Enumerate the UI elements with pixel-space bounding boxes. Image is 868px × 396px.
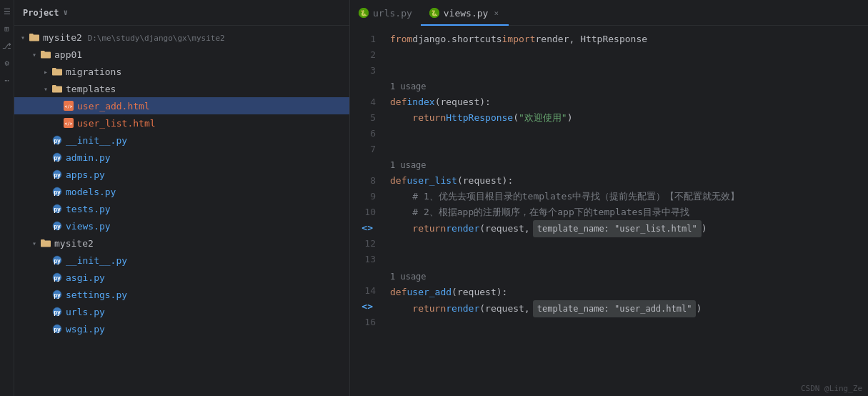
project-icon[interactable]: ☰ (1, 6, 13, 17)
tree-item-app01[interactable]: ▾app01 (14, 46, 349, 63)
svg-text:py: py (54, 138, 61, 144)
tree-item-user_list_html[interactable]: </>user_list.html (14, 114, 349, 132)
tree-item-init_app[interactable]: py__init__.py (14, 132, 349, 149)
tree-icon-models_py: py (51, 186, 63, 197)
code-line-3 (390, 63, 868, 79)
search-icon[interactable]: ⊞ (1, 23, 13, 34)
tree-label-init_app: __init__.py (66, 135, 127, 146)
tree-label-app01: app01 (54, 49, 82, 60)
code-line-8: def user_list(request): (390, 173, 868, 189)
tree-arrow-templates: ▾ (40, 85, 51, 93)
tree-item-asgi_py[interactable]: pyasgi.py (14, 269, 349, 286)
tree-item-wsgi_py[interactable]: pywsgi.py (14, 320, 349, 337)
watermark: CSDN @Ling_Ze (801, 384, 862, 393)
file-tree: ▾mysite2 D:\me\study\django\gx\mysite2▾a… (14, 26, 349, 396)
tree-label-urls_py_root: urls.py (66, 307, 105, 317)
tree-item-tests_py[interactable]: pytests.py (14, 200, 349, 217)
tree-icon-init_app: py (51, 134, 63, 146)
tree-label-tests_py: tests.py (66, 204, 111, 214)
svg-text:</>: </> (65, 121, 73, 126)
tree-label-views_py: views.py (66, 221, 111, 232)
editor-area: 🐍urls.py🐍views.py× 12345678910<>121314<>… (350, 0, 868, 396)
tree-item-settings_py[interactable]: pysettings.py (14, 286, 349, 303)
code-line-4: def index(request): (390, 94, 868, 110)
tree-arrow-mysite2-root: ▾ (17, 34, 29, 41)
code-line-1: from django.shortcuts import render, Htt… (390, 31, 868, 47)
svg-text:py: py (54, 292, 61, 299)
dots-icon[interactable]: ⋯ (1, 74, 13, 86)
tab-close-views_py_tab[interactable]: × (492, 7, 500, 19)
svg-text:🐍: 🐍 (431, 9, 438, 16)
tree-item-user_add_html[interactable]: </>user_add.html (14, 97, 349, 114)
tabs-bar: 🐍urls.py🐍views.py× (350, 0, 868, 26)
editor-content: 12345678910<>121314<>16 from django.shor… (350, 26, 868, 396)
svg-text:🐍: 🐍 (360, 9, 367, 16)
git-icon[interactable]: ⎇ (1, 40, 13, 51)
plugins-icon[interactable]: ⚙ (1, 57, 13, 69)
code-line-16 (390, 317, 868, 333)
usage-line: 1 usage (390, 157, 868, 173)
code-line-13 (390, 253, 868, 269)
activity-bar: ☰ ⊞ ⎇ ⚙ ⋯ (0, 0, 14, 396)
tree-item-mysite2-sub[interactable]: ▾mysite2 (14, 234, 349, 252)
tree-label-asgi_py: asgi.py (66, 272, 105, 283)
svg-text:py: py (54, 155, 61, 162)
svg-text:py: py (54, 207, 61, 213)
svg-text:py: py (54, 310, 61, 316)
tree-label-models_py: models.py (66, 187, 116, 197)
usage-line: 1 usage (390, 269, 868, 284)
tree-item-apps_py[interactable]: pyapps.py (14, 166, 349, 183)
tree-item-admin_py[interactable]: pyadmin.py (14, 149, 349, 166)
tree-arrow-app01: ▾ (29, 51, 40, 59)
tree-item-init_mysite[interactable]: py__init__.py (14, 252, 349, 269)
tree-item-urls_py_root[interactable]: pyurls.py (14, 303, 349, 320)
tree-label-migrations: migrations (66, 66, 121, 77)
project-label: Project (23, 8, 59, 18)
svg-text:py: py (54, 224, 61, 230)
svg-text:py: py (54, 327, 61, 333)
svg-text:py: py (54, 275, 61, 282)
tree-arrow-migrations: ▸ (40, 68, 51, 76)
tree-icon-urls_py_root: py (51, 306, 63, 317)
code-line-7 (390, 142, 868, 157)
usage-line: 1 usage (390, 79, 868, 94)
tree-arrow-mysite2-sub: ▾ (29, 239, 40, 247)
tree-icon-tests_py: py (51, 203, 63, 214)
svg-text:</>: </> (65, 104, 73, 109)
code-line-6 (390, 126, 868, 142)
tab-views_py_tab[interactable]: 🐍views.py× (421, 1, 509, 26)
tree-icon-asgi_py: py (51, 272, 63, 283)
tree-label-admin_py: admin.py (66, 152, 111, 163)
tree-icon-templates (51, 83, 63, 94)
code-line-10: # 2、根据app的注册顺序，在每个app下的templates目录中寻找 (390, 204, 868, 220)
tree-label-wsgi_py: wsgi.py (66, 324, 105, 335)
tree-label-user_list_html: user_list.html (77, 118, 156, 129)
tab-icon-views_py_tab: 🐍 (429, 8, 439, 18)
tree-item-templates[interactable]: ▾templates (14, 80, 349, 97)
code-line-14: def user_add(request): (390, 284, 868, 300)
tree-item-mysite2-root[interactable]: ▾mysite2 D:\me\study\django\gx\mysite2 (14, 29, 349, 46)
tree-label-init_mysite: __init__.py (66, 255, 127, 266)
code-line-5: return HttpResponse("欢迎使用") (390, 110, 868, 126)
sidebar: Project ∨ ▾mysite2 D:\me\study\django\gx… (14, 0, 350, 396)
tab-urls_py_tab[interactable]: 🐍urls.py (350, 1, 421, 26)
tree-icon-app01 (40, 49, 51, 60)
svg-text:py: py (54, 172, 61, 179)
tree-label-templates: templates (66, 84, 116, 94)
sidebar-header: Project ∨ (14, 0, 349, 26)
tree-icon-wsgi_py: py (51, 323, 63, 335)
tree-label-apps_py: apps.py (66, 169, 105, 180)
tree-item-models_py[interactable]: pymodels.py (14, 183, 349, 200)
tree-icon-migrations (51, 66, 63, 77)
tree-label-user_add_html: user_add.html (77, 101, 150, 112)
svg-text:py: py (54, 258, 61, 264)
tree-icon-admin_py: py (51, 152, 63, 163)
tree-item-migrations[interactable]: ▸migrations (14, 63, 349, 80)
svg-text:py: py (54, 189, 61, 196)
tree-icon-settings_py: py (51, 289, 63, 300)
code-area[interactable]: from django.shortcuts import render, Htt… (384, 26, 868, 396)
tree-label-mysite2-sub: mysite2 (54, 238, 94, 249)
tab-label-urls_py_tab: urls.py (373, 8, 412, 19)
code-line-2 (390, 47, 868, 63)
tree-item-views_py[interactable]: pyviews.py (14, 217, 349, 234)
